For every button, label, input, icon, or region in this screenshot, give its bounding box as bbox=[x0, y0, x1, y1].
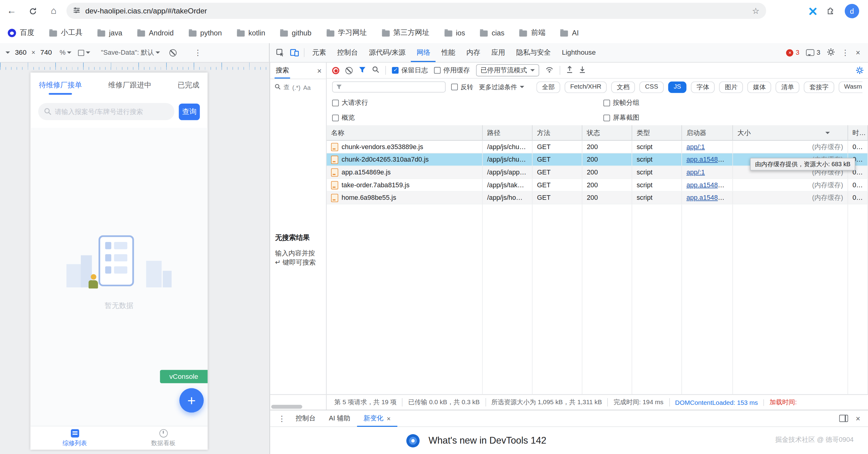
pill-font[interactable]: 字体 bbox=[691, 81, 715, 93]
import-har-icon[interactable] bbox=[566, 66, 573, 75]
search-pane-tab[interactable]: 搜索 bbox=[275, 63, 290, 79]
pill-img[interactable]: 图片 bbox=[719, 81, 743, 93]
network-filter-input[interactable] bbox=[332, 81, 446, 92]
viewport-height-input[interactable]: 740 bbox=[40, 49, 52, 57]
scrollbar-thumb[interactable] bbox=[271, 405, 302, 409]
initiator-link[interactable]: app/:1 bbox=[687, 143, 705, 151]
tab-memory[interactable]: 内存 bbox=[461, 43, 486, 62]
bookmark-folder[interactable]: github bbox=[280, 28, 311, 37]
network-conditions-icon[interactable] bbox=[545, 66, 553, 74]
search-icon[interactable] bbox=[372, 66, 379, 75]
bookmark-folder[interactable]: java bbox=[97, 28, 122, 37]
bookmark-folder[interactable]: python bbox=[188, 28, 222, 37]
tab-console[interactable]: 控制台 bbox=[332, 43, 364, 62]
record-icon[interactable] bbox=[332, 67, 340, 74]
throttling-select[interactable]: 已停用节流模式 bbox=[476, 64, 539, 77]
column-header-name[interactable]: 名称 bbox=[327, 125, 483, 140]
pill-manifest[interactable]: 清单 bbox=[776, 81, 800, 93]
devtools-menu-icon[interactable]: ⋮ bbox=[841, 49, 849, 57]
site-settings-icon[interactable] bbox=[73, 6, 80, 15]
initiator-link[interactable]: app/:1 bbox=[687, 168, 705, 176]
match-case-toggle[interactable]: Aa bbox=[303, 84, 311, 91]
zoom-dropdown[interactable]: % bbox=[60, 49, 71, 57]
bookmark-star-icon[interactable]: ☆ bbox=[752, 6, 759, 16]
column-header-initiator[interactable]: 启动器 bbox=[682, 125, 733, 140]
tab-sources[interactable]: 源代码/来源 bbox=[364, 43, 411, 62]
bookmark-folder[interactable]: Android bbox=[137, 28, 174, 37]
drawer-menu-icon[interactable]: ⋮ bbox=[275, 415, 289, 422]
search-icon[interactable] bbox=[275, 84, 281, 91]
dock-side-icon[interactable] bbox=[839, 415, 848, 422]
app-search-button[interactable]: 查询 bbox=[179, 103, 200, 120]
initiator-link[interactable]: app.a154869e… bbox=[687, 155, 733, 163]
pill-fetch-xhr[interactable]: Fetch/XHR bbox=[565, 81, 607, 93]
bookmark-folder[interactable]: AI bbox=[560, 28, 579, 37]
bookmark-folder[interactable]: 学习网址 bbox=[326, 28, 367, 38]
bookmark-folder[interactable]: cias bbox=[480, 28, 504, 37]
tab-lighthouse[interactable]: Lighthouse bbox=[556, 43, 601, 62]
home-icon[interactable]: ⌂ bbox=[44, 2, 63, 21]
vconsole-button[interactable]: vConsole bbox=[160, 370, 208, 384]
devtools-settings-gear-icon[interactable] bbox=[827, 48, 835, 57]
device-toolbar-menu-icon[interactable]: ⋮ bbox=[194, 49, 202, 57]
tab-privacy-security[interactable]: 隐私与安全 bbox=[511, 43, 556, 62]
back-icon[interactable]: ← bbox=[2, 2, 21, 21]
column-header-type[interactable]: 类型 bbox=[632, 125, 682, 140]
filter-icon[interactable] bbox=[359, 66, 366, 74]
no-throttling-icon[interactable] bbox=[169, 49, 177, 56]
pill-socket[interactable]: 套接字 bbox=[804, 81, 834, 93]
drawer-tab-console[interactable]: 控制台 bbox=[289, 410, 322, 426]
tab-elements[interactable]: 元素 bbox=[307, 43, 332, 62]
bookmark-folder[interactable]: kotlin bbox=[237, 28, 265, 37]
dimensions-dropdown-icon[interactable] bbox=[5, 52, 10, 56]
column-header-path[interactable]: 路径 bbox=[483, 125, 533, 140]
more-filters-dropdown[interactable]: 更多过滤条件 bbox=[479, 83, 524, 91]
initiator-link[interactable]: app.a154869e… bbox=[687, 194, 733, 201]
pill-doc[interactable]: 文档 bbox=[611, 81, 635, 93]
nav-item-dashboard[interactable]: 数据看板 bbox=[119, 426, 208, 450]
overview-checkbox[interactable]: 概览 bbox=[332, 113, 355, 122]
issues-badge[interactable]: 3 bbox=[806, 49, 820, 57]
bookmark-folder[interactable]: 前端 bbox=[520, 28, 546, 38]
reload-icon[interactable] bbox=[23, 2, 42, 21]
app-tab-in-progress[interactable]: 维修厂跟进中 bbox=[108, 72, 151, 97]
add-fab-button[interactable]: + bbox=[179, 388, 204, 413]
clear-icon[interactable] bbox=[345, 67, 353, 74]
pill-css[interactable]: CSS bbox=[640, 81, 664, 93]
regex-toggle[interactable]: (.*) bbox=[292, 84, 301, 91]
tab-network[interactable]: 网络 bbox=[411, 43, 436, 62]
column-header-time[interactable]: 时间 bbox=[848, 125, 868, 140]
app-tab-pending[interactable]: 待维修厂接单 bbox=[39, 72, 82, 97]
viewport-width-input[interactable]: 360 bbox=[15, 49, 27, 57]
preserve-log-checkbox[interactable]: 保留日志 bbox=[392, 66, 428, 75]
inspect-element-icon[interactable] bbox=[273, 46, 287, 60]
bookmark-item-baidu[interactable]: 百度 bbox=[8, 28, 34, 38]
pill-media[interactable]: 媒体 bbox=[747, 81, 771, 93]
search-pane-close-icon[interactable]: × bbox=[317, 67, 321, 74]
tab-performance[interactable]: 性能 bbox=[436, 43, 461, 62]
toggle-device-toolbar-icon[interactable] bbox=[287, 46, 302, 60]
error-badge[interactable]: ×3 bbox=[786, 49, 800, 57]
network-request-row[interactable]: take-order.7aba8159.js /app/js/tak… GET … bbox=[327, 179, 868, 191]
network-request-row[interactable]: home.6a98be55.js /app/js/ho… GET 200 scr… bbox=[327, 191, 868, 204]
profile-avatar[interactable]: d bbox=[845, 4, 859, 18]
disable-cache-checkbox[interactable]: 停用缓存 bbox=[434, 66, 470, 75]
nav-item-repair-list[interactable]: 综修列表 bbox=[31, 426, 119, 450]
bookmark-folder[interactable]: 小工具 bbox=[49, 28, 83, 38]
pill-all[interactable]: 全部 bbox=[536, 81, 560, 93]
app-search-input[interactable] bbox=[38, 103, 175, 120]
screenshots-checkbox[interactable]: 屏幕截图 bbox=[603, 113, 640, 122]
export-har-icon[interactable] bbox=[579, 66, 586, 75]
network-request-row[interactable]: chunk-vendors.e353889e.js /app/js/chu… G… bbox=[327, 141, 868, 153]
device-type-dropdown[interactable] bbox=[78, 49, 90, 56]
search-query-hint[interactable]: 查 bbox=[283, 83, 289, 91]
x-extension-icon[interactable] bbox=[809, 7, 817, 15]
url-bar[interactable]: dev-haolipei.cias.cn/app/#/takeOrder ☆ bbox=[67, 3, 766, 19]
pill-wasm[interactable]: Wasm bbox=[839, 81, 863, 93]
drawer-close-icon[interactable]: × bbox=[856, 415, 860, 422]
close-tab-icon[interactable]: × bbox=[387, 415, 391, 422]
search-pane-scrollbar[interactable] bbox=[270, 395, 327, 410]
column-header-size[interactable]: 大小 bbox=[733, 125, 848, 140]
save-data-dropdown[interactable]: "Save-Data": 默认 bbox=[101, 48, 160, 57]
tab-application[interactable]: 应用 bbox=[486, 43, 511, 62]
